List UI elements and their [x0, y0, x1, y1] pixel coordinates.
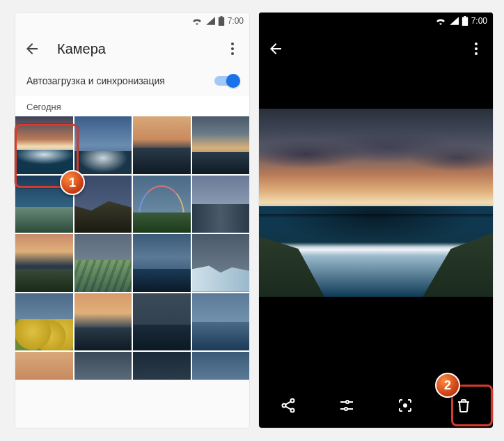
svg-point-5: [475, 52, 478, 55]
section-today: Сегодня: [15, 96, 249, 116]
share-button[interactable]: [274, 392, 302, 419]
svg-point-1: [231, 47, 234, 50]
svg-point-11: [403, 403, 407, 408]
wifi-icon: [191, 17, 203, 25]
auto-sync-row[interactable]: Автозагрузка и синхронизация: [15, 68, 249, 96]
callout-badge-2: 2: [435, 373, 460, 398]
photo-thumb[interactable]: [15, 234, 73, 292]
svg-point-8: [291, 409, 294, 412]
photo-thumb[interactable]: [15, 293, 73, 351]
photo-thumb[interactable]: [133, 116, 191, 174]
photo-grid: [15, 116, 249, 380]
status-time: 7:00: [228, 16, 244, 26]
photo-thumb[interactable]: [192, 352, 250, 380]
battery-icon: [462, 16, 468, 26]
photo-thumb[interactable]: [74, 352, 132, 380]
photo-thumb[interactable]: [74, 116, 132, 174]
lens-button[interactable]: [391, 392, 419, 419]
signal-icon: [449, 17, 459, 25]
back-button[interactable]: [267, 40, 284, 57]
photo-thumb[interactable]: [192, 293, 250, 351]
status-bar: 7:00: [259, 13, 493, 29]
screenshot-pair: 7:00 Камера Автозагрузка и синхронизация…: [0, 0, 504, 441]
back-button[interactable]: [24, 40, 40, 57]
battery-icon: [218, 16, 225, 26]
status-bar: 7:00: [15, 13, 249, 29]
more-vert-icon: [224, 40, 241, 57]
svg-point-6: [291, 399, 294, 403]
more-button[interactable]: [224, 40, 241, 57]
svg-point-9: [346, 401, 349, 403]
signal-icon: [205, 17, 215, 25]
back-arrow-icon: [24, 40, 40, 57]
photo-viewer-image[interactable]: [259, 109, 493, 297]
tune-icon: [338, 397, 355, 414]
more-vert-icon: [468, 40, 485, 57]
photo-thumb[interactable]: [15, 352, 73, 380]
photo-thumb[interactable]: [192, 176, 250, 233]
trash-icon: [455, 397, 472, 414]
photo-thumb[interactable]: [74, 293, 132, 351]
lens-icon: [397, 397, 414, 414]
callout-badge-1: 1: [60, 170, 85, 195]
share-icon: [280, 397, 297, 414]
photo-thumb[interactable]: [192, 116, 250, 174]
svg-point-0: [231, 42, 234, 45]
viewer-toolbar: [259, 29, 493, 68]
page-title: Камера: [57, 41, 224, 57]
svg-point-2: [231, 52, 234, 55]
app-toolbar: Камера: [15, 29, 249, 68]
photo-thumb[interactable]: [133, 352, 191, 380]
phone-gallery: 7:00 Камера Автозагрузка и синхронизация…: [15, 13, 249, 428]
svg-point-7: [283, 404, 286, 408]
photo-thumb[interactable]: [133, 234, 191, 292]
auto-sync-switch[interactable]: [214, 76, 238, 86]
status-time: 7:00: [471, 16, 487, 26]
photo-thumb[interactable]: [133, 176, 191, 233]
edit-button[interactable]: [333, 392, 361, 419]
photo-thumb[interactable]: [74, 234, 132, 292]
photo-thumb[interactable]: [192, 234, 250, 292]
svg-point-4: [475, 47, 478, 50]
auto-sync-label: Автозагрузка и синхронизация: [26, 75, 165, 86]
photo-thumb[interactable]: [133, 293, 191, 351]
back-arrow-icon: [267, 40, 284, 57]
photo-thumb[interactable]: [15, 116, 73, 174]
svg-point-10: [345, 408, 347, 410]
phone-viewer: 7:00: [259, 13, 493, 428]
more-button[interactable]: [468, 40, 485, 57]
svg-point-3: [475, 42, 478, 45]
wifi-icon: [435, 17, 446, 25]
